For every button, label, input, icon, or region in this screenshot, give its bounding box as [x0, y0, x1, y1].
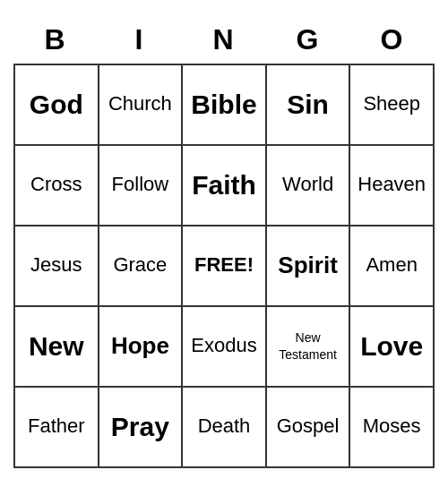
bingo-cell: Exodus — [183, 307, 267, 388]
bingo-cell: Church — [99, 65, 184, 146]
bingo-cell: Pray — [99, 388, 184, 468]
cell-label: Death — [198, 414, 251, 438]
bingo-cell: Faith — [183, 146, 267, 226]
bingo-cell: Grace — [99, 226, 184, 307]
header-letter: B — [13, 20, 98, 64]
bingo-cell: Father — [15, 388, 99, 468]
bingo-cell: Amen — [350, 226, 435, 307]
cell-label: New — [29, 330, 84, 363]
bingo-cell: Love — [350, 307, 435, 388]
cell-label: Follow — [112, 173, 169, 196]
cell-label: Amen — [366, 253, 417, 277]
cell-label: NewTestament — [279, 329, 337, 362]
bingo-cell: Sheep — [350, 65, 435, 146]
bingo-cell: Gospel — [267, 388, 351, 468]
bingo-cell: Sin — [267, 65, 351, 146]
bingo-card: BINGO GodChurchBibleSinSheepCrossFollowF… — [13, 20, 435, 468]
cell-label: Heaven — [358, 173, 426, 196]
cell-label: Pray — [111, 411, 169, 443]
cell-label: Love — [360, 330, 423, 363]
bingo-cell: Spirit — [267, 226, 351, 307]
bingo-cell: Follow — [99, 146, 184, 226]
header-letter: G — [266, 20, 350, 64]
cell-label: Gospel — [277, 414, 340, 438]
cell-label: Sheep — [363, 92, 420, 115]
bingo-cell: Death — [183, 388, 267, 468]
cell-label: Bible — [191, 89, 256, 121]
bingo-cell: NewTestament — [267, 307, 351, 388]
bingo-cell: Hope — [99, 307, 184, 388]
cell-label: FREE! — [194, 253, 254, 277]
cell-label: Exodus — [191, 334, 256, 357]
cell-label: Cross — [30, 173, 82, 196]
header-letter: N — [182, 20, 266, 64]
bingo-cell: Bible — [183, 65, 267, 146]
cell-label: Faith — [192, 169, 256, 201]
cell-label: Moses — [363, 414, 421, 438]
bingo-cell: Heaven — [350, 146, 435, 226]
bingo-cell: God — [15, 65, 99, 146]
header-letter: I — [98, 20, 182, 64]
bingo-cell: FREE! — [183, 226, 267, 307]
cell-label: World — [282, 173, 333, 196]
bingo-cell: Cross — [15, 146, 99, 226]
cell-label: Grace — [113, 253, 167, 277]
cell-label: Spirit — [278, 252, 337, 279]
bingo-cell: New — [15, 307, 99, 388]
cell-label: Church — [108, 92, 172, 115]
cell-label: God — [30, 89, 83, 121]
cell-label: Father — [28, 414, 85, 438]
cell-label: Jesus — [30, 253, 82, 277]
bingo-cell: Moses — [350, 388, 435, 468]
header-letter: O — [350, 20, 435, 64]
bingo-cell: Jesus — [15, 226, 99, 307]
bingo-header: BINGO — [13, 20, 435, 64]
cell-label: Sin — [287, 89, 329, 121]
bingo-grid: GodChurchBibleSinSheepCrossFollowFaithWo… — [13, 64, 435, 468]
bingo-cell: World — [267, 146, 351, 226]
cell-label: Hope — [111, 332, 169, 360]
